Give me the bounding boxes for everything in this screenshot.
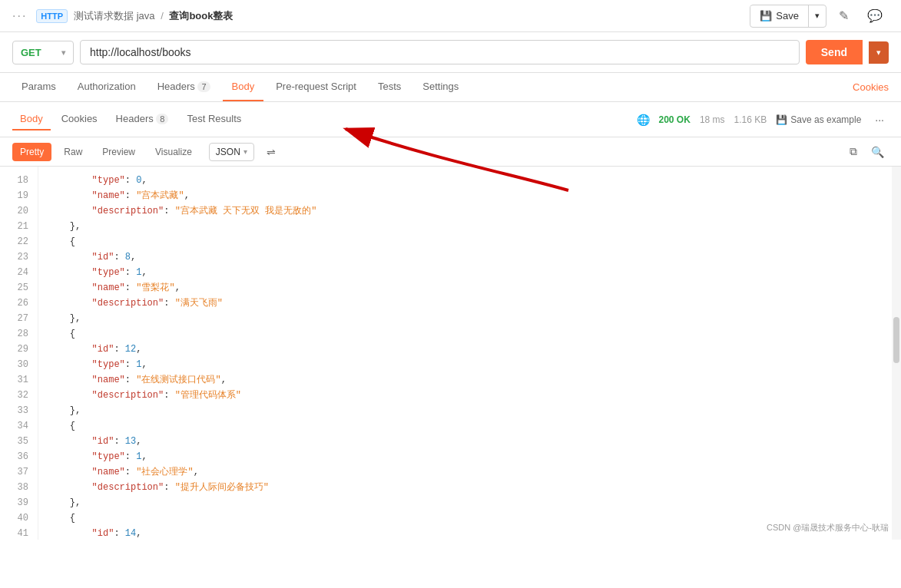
code-line: "type": 1, xyxy=(48,265,883,280)
breadcrumb-separator: / xyxy=(161,10,166,21)
response-size: 1.16 KB xyxy=(734,114,767,125)
code-line: }, xyxy=(48,219,883,234)
line-numbers: 1819202122232425262728293031323334353637… xyxy=(0,167,38,540)
code-line: "description": "提升人际间必备技巧" xyxy=(48,480,883,495)
code-line: "type": 0, xyxy=(48,173,883,188)
method-label: GET xyxy=(21,47,41,58)
url-input[interactable] xyxy=(80,40,800,64)
tab-pre-request-script[interactable]: Pre-request Script xyxy=(267,73,366,101)
tab-headers[interactable]: Headers 7 xyxy=(148,73,220,101)
line-number: 39 xyxy=(0,495,38,510)
scrollbar-track[interactable] xyxy=(892,167,901,540)
save-label: Save xyxy=(776,10,799,21)
method-select[interactable]: GET ▾ xyxy=(12,41,74,64)
copy-button[interactable]: ⧉ xyxy=(845,142,862,161)
line-number: 32 xyxy=(0,388,38,403)
line-number: 29 xyxy=(0,342,38,357)
line-number: 24 xyxy=(0,265,38,280)
code-line: "id": 13, xyxy=(48,434,883,449)
line-number: 25 xyxy=(0,280,38,296)
code-line: "id": 14, xyxy=(48,526,883,540)
status-badge: 200 OK xyxy=(659,114,691,125)
code-line: "description": "满天飞雨" xyxy=(48,296,883,311)
code-line: }, xyxy=(48,403,883,418)
code-line: "id": 8, xyxy=(48,249,883,265)
dots-icon: ··· xyxy=(12,9,27,23)
line-number: 18 xyxy=(0,173,38,188)
line-number: 36 xyxy=(0,449,38,464)
line-number: 30 xyxy=(0,357,38,372)
tab-params[interactable]: Params xyxy=(12,73,65,101)
code-line: }, xyxy=(48,311,883,326)
code-content[interactable]: "type": 0, "name": "宫本武藏", "description"… xyxy=(38,167,892,540)
tab-body[interactable]: Body xyxy=(223,73,264,101)
code-line: "id": 12, xyxy=(48,342,883,357)
code-line: "name": "在线测试接口代码", xyxy=(48,372,883,388)
format-tab-visualize[interactable]: Visualize xyxy=(147,143,200,161)
resp-tab-headers[interactable]: Headers 8 xyxy=(108,108,177,130)
code-line: { xyxy=(48,326,883,342)
response-time: 18 ms xyxy=(700,114,725,125)
line-number: 41 xyxy=(0,526,38,540)
tab-tests[interactable]: Tests xyxy=(369,73,410,101)
tab-authorization[interactable]: Authorization xyxy=(68,73,145,101)
code-line: "name": "雪梨花", xyxy=(48,280,883,296)
response-header: Body Cookies Headers 8 Test Results 🌐 20… xyxy=(0,102,901,137)
more-options-button[interactable]: ··· xyxy=(870,112,889,127)
cookies-link[interactable]: Cookies xyxy=(853,74,889,101)
code-line: { xyxy=(48,418,883,434)
save-button-group: 💾 Save ▾ xyxy=(750,5,826,28)
code-area: 1819202122232425262728293031323334353637… xyxy=(0,167,901,540)
resp-tab-body[interactable]: Body xyxy=(12,108,51,130)
save-as-example-label: Save as example xyxy=(790,114,861,125)
format-bar: Pretty Raw Preview Visualize JSON ▾ ⇌ ⧉ … xyxy=(0,137,901,167)
search-button[interactable]: 🔍 xyxy=(866,143,889,161)
line-number: 21 xyxy=(0,219,38,234)
line-number: 40 xyxy=(0,510,38,526)
line-number: 31 xyxy=(0,372,38,388)
code-line: "name": "宫本武藏", xyxy=(48,188,883,203)
format-tab-pretty[interactable]: Pretty xyxy=(12,143,51,161)
edit-icon-button[interactable]: ✎ xyxy=(833,5,855,27)
resp-tab-cookies[interactable]: Cookies xyxy=(54,108,105,130)
method-badge: HTTP xyxy=(36,9,68,23)
send-button[interactable]: Send xyxy=(806,40,863,64)
json-format-label: JSON xyxy=(216,147,240,157)
tab-settings[interactable]: Settings xyxy=(413,73,468,101)
resp-tab-test-results[interactable]: Test Results xyxy=(179,108,249,130)
scrollbar-thumb[interactable] xyxy=(893,317,899,363)
line-number: 37 xyxy=(0,464,38,480)
line-number: 19 xyxy=(0,188,38,203)
request-tabs: Params Authorization Headers 7 Body Pre-… xyxy=(0,73,901,102)
code-line: "description": "宫本武藏 天下无双 我是无敌的" xyxy=(48,203,883,219)
top-bar: ··· HTTP 测试请求数据 java / 查询book整表 💾 Save ▾… xyxy=(0,0,901,32)
globe-icon: 🌐 xyxy=(637,114,650,126)
save-button[interactable]: 💾 Save xyxy=(750,6,808,25)
line-number: 33 xyxy=(0,403,38,418)
code-line: "type": 1, xyxy=(48,449,883,464)
line-number: 34 xyxy=(0,418,38,434)
line-number: 20 xyxy=(0,203,38,219)
send-caret-button[interactable]: ▾ xyxy=(869,41,889,64)
json-chevron-icon: ▾ xyxy=(243,147,247,156)
breadcrumb-current: 查询book整表 xyxy=(169,10,233,21)
save-as-example-button[interactable]: 💾 Save as example xyxy=(776,114,861,125)
code-line: { xyxy=(48,234,883,249)
wrap-icon[interactable]: ⇌ xyxy=(262,143,280,161)
method-chevron-icon: ▾ xyxy=(61,48,65,57)
code-line: { xyxy=(48,510,883,526)
url-bar: GET ▾ Send ▾ xyxy=(0,32,901,73)
line-number: 38 xyxy=(0,480,38,495)
format-tab-preview[interactable]: Preview xyxy=(94,143,143,161)
line-number: 23 xyxy=(0,249,38,265)
comment-icon-button[interactable]: 💬 xyxy=(861,5,889,27)
code-line: "type": 1, xyxy=(48,357,883,372)
line-number: 35 xyxy=(0,434,38,449)
format-tab-raw[interactable]: Raw xyxy=(56,143,90,161)
save-as-example-disk-icon: 💾 xyxy=(776,114,787,125)
line-number: 26 xyxy=(0,296,38,311)
code-line: "name": "社会心理学", xyxy=(48,464,883,480)
json-format-select[interactable]: JSON ▾ xyxy=(209,143,254,161)
save-caret-button[interactable]: ▾ xyxy=(809,7,826,25)
code-line: }, xyxy=(48,495,883,510)
